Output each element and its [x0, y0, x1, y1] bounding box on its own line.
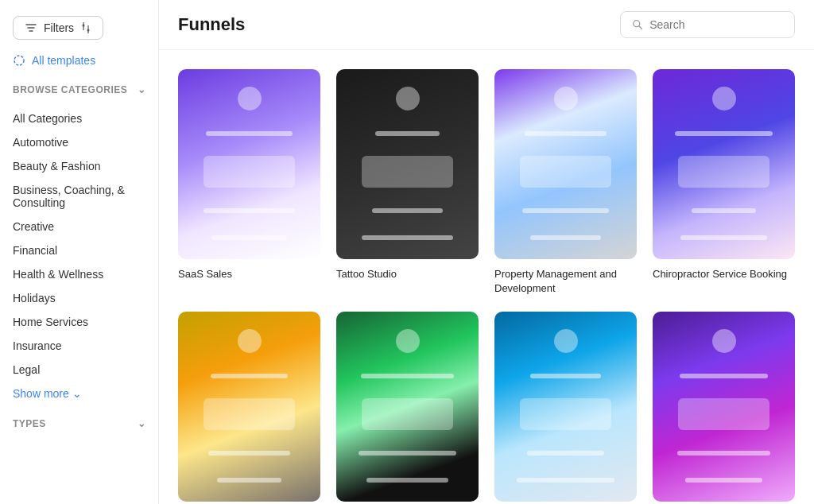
thumbnail-decoration-element	[206, 131, 293, 136]
template-name: Chiropractor Service Booking	[653, 267, 795, 281]
thumbnail-decoration-element	[692, 208, 757, 213]
thumbnail-decoration-element	[361, 374, 454, 378]
thumbnail-decoration-element	[712, 329, 736, 353]
template-card[interactable]: Skin Elevate	[653, 312, 795, 504]
template-thumbnail	[494, 312, 637, 502]
main-content: Funnels SaaS SalesTattoo StudioProperty …	[159, 0, 814, 504]
all-templates-label: All templates	[32, 54, 95, 67]
template-card[interactable]: Chiropractor Service Booking	[653, 69, 795, 296]
template-card[interactable]: Photoshoot Appointment	[178, 312, 320, 504]
template-card[interactable]: Property Management and Development	[494, 69, 637, 296]
types-chevron: ⌄	[138, 418, 146, 429]
thumbnail-decoration-element	[680, 374, 768, 378]
thumbnail-decoration-element	[366, 478, 448, 483]
template-thumbnail	[494, 69, 637, 259]
thumbnail-decoration-element	[396, 87, 420, 110]
filters-label: Filters	[44, 21, 74, 34]
thumbnail-decoration	[653, 312, 795, 502]
sliders-icon	[80, 22, 91, 33]
template-name: Property Management and Development	[494, 267, 637, 296]
thumbnail-decoration	[336, 69, 479, 259]
thumbnail-decoration-element	[678, 398, 769, 430]
thumbnail-decoration-element	[208, 451, 290, 456]
category-item-creative[interactable]: Creative	[13, 215, 145, 238]
show-more-label: Show more	[13, 387, 69, 400]
thumbnail-decoration-element	[677, 451, 770, 456]
thumbnail-decoration-element	[362, 235, 454, 240]
search-icon	[632, 18, 643, 31]
template-name: Tattoo Studio	[336, 267, 479, 281]
thumbnail-decoration-element	[530, 374, 602, 378]
thumbnail-decoration	[494, 69, 637, 259]
thumbnail-decoration-element	[396, 329, 420, 353]
browse-categories-label: Browse Categories	[13, 84, 127, 95]
types-label: Types	[13, 418, 46, 429]
search-input[interactable]	[649, 18, 783, 31]
thumbnail-decoration	[178, 312, 320, 502]
thumbnail-decoration-element	[362, 398, 452, 430]
thumbnail-decoration-element	[520, 156, 610, 188]
template-thumbnail	[178, 312, 320, 502]
types-section[interactable]: Types ⌄	[13, 418, 145, 429]
thumbnail-decoration-element	[522, 208, 609, 213]
template-card[interactable]: SaaS Sales	[178, 69, 320, 296]
thumbnail-decoration	[653, 69, 795, 259]
thumbnail-decoration-element	[554, 329, 578, 353]
thumbnail-decoration-element	[525, 131, 607, 136]
thumbnail-decoration-element	[520, 398, 610, 430]
category-item-home[interactable]: Home Services	[13, 310, 145, 334]
category-item-legal[interactable]: Legal	[13, 358, 145, 382]
browse-categories-chevron: ⌄	[138, 84, 146, 95]
browse-categories-header[interactable]: Browse Categories ⌄	[13, 84, 145, 95]
svg-line-6	[639, 26, 642, 29]
filters-icon	[25, 21, 37, 34]
category-item-business[interactable]: Business, Coaching, & Consulting	[13, 178, 145, 215]
template-card[interactable]: Tattoo Studio	[336, 69, 479, 296]
templates-grid: SaaS SalesTattoo StudioProperty Manageme…	[178, 69, 795, 504]
category-item-health[interactable]: Health & Wellness	[13, 262, 145, 286]
thumbnail-decoration-element	[362, 156, 452, 188]
category-item-all[interactable]: All Categories	[13, 107, 145, 130]
template-card[interactable]: Write Solutions	[494, 312, 637, 504]
templates-grid-container: SaaS SalesTattoo StudioProperty Manageme…	[159, 50, 814, 504]
show-more-button[interactable]: Show more ⌄	[13, 382, 145, 405]
thumbnail-decoration-element	[204, 156, 294, 188]
thumbnail-decoration-element	[680, 235, 767, 240]
template-thumbnail	[653, 69, 795, 259]
all-templates-link[interactable]: All templates	[13, 54, 145, 67]
category-item-beauty[interactable]: Beauty & Fashion	[13, 154, 145, 178]
thumbnail-decoration-element	[217, 478, 282, 483]
thumbnail-decoration-element	[238, 329, 262, 353]
page-header: Funnels	[159, 0, 814, 50]
thumbnail-decoration-element	[675, 131, 773, 136]
search-box[interactable]	[620, 11, 795, 38]
thumbnail-decoration	[494, 312, 637, 502]
show-more-chevron: ⌄	[72, 387, 82, 400]
thumbnail-decoration-element	[685, 478, 762, 483]
thumbnail-decoration	[178, 69, 320, 259]
category-item-automotive[interactable]: Automotive	[13, 130, 145, 154]
sidebar: Filters All templates Browse Categories …	[0, 0, 159, 504]
thumbnail-decoration-element	[527, 451, 603, 456]
thumbnail-decoration-element	[211, 235, 287, 240]
thumbnail-decoration-element	[211, 374, 287, 378]
category-item-holidays[interactable]: Holidays	[13, 286, 145, 310]
category-item-insurance[interactable]: Insurance	[13, 334, 145, 358]
thumbnail-decoration	[336, 312, 479, 502]
svg-point-4	[14, 56, 24, 65]
thumbnail-decoration-element	[678, 156, 769, 188]
thumbnail-decoration-element	[517, 478, 615, 483]
thumbnail-decoration-element	[554, 87, 578, 110]
category-item-financial[interactable]: Financial	[13, 238, 145, 262]
thumbnail-decoration-element	[372, 208, 442, 213]
thumbnail-decoration-element	[359, 451, 457, 456]
page-title: Funnels	[178, 14, 245, 35]
thumbnail-decoration-element	[375, 131, 440, 136]
thumbnail-decoration-element	[712, 87, 736, 110]
thumbnail-decoration-element	[204, 398, 294, 430]
category-list: All Categories Automotive Beauty & Fashi…	[13, 107, 145, 382]
template-thumbnail	[336, 69, 479, 259]
filters-button[interactable]: Filters	[13, 16, 103, 40]
template-thumbnail	[178, 69, 320, 259]
template-card[interactable]: Photoshoot Consultation	[336, 312, 479, 504]
